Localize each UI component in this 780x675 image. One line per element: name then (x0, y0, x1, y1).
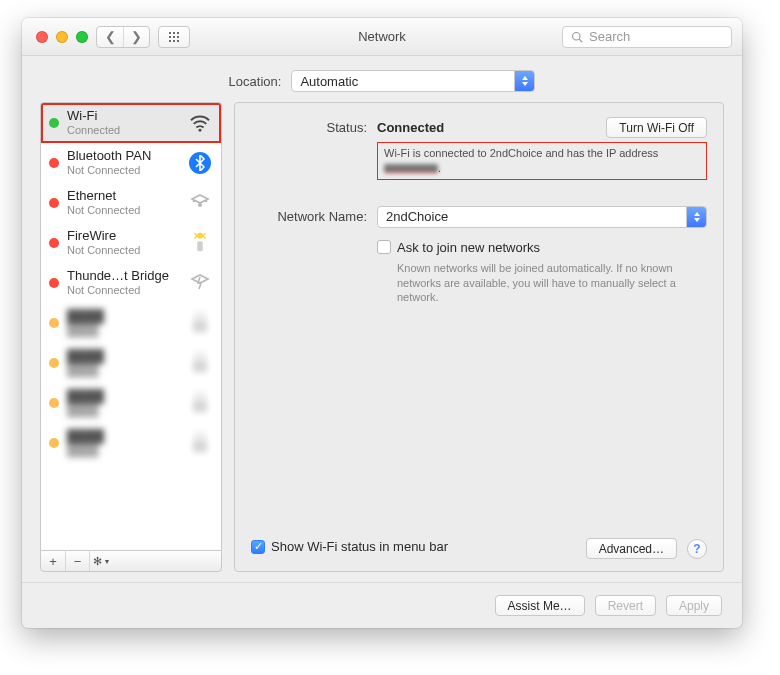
window-controls (36, 31, 88, 43)
location-value: Automatic (300, 74, 358, 89)
location-row: Location: Automatic (22, 56, 742, 102)
service-status: ████ (67, 364, 179, 377)
revert-button[interactable]: Revert (595, 595, 656, 616)
show-status-label: Show Wi-Fi status in menu bar (271, 539, 448, 554)
close-icon[interactable] (36, 31, 48, 43)
service-list[interactable]: Wi-FiConnectedBluetooth PANNot Connected… (40, 102, 222, 550)
status-dot-icon (49, 278, 59, 288)
service-name: FireWire (67, 229, 179, 244)
service-status: ████ (67, 404, 179, 417)
status-dot-icon (49, 358, 59, 368)
service-status: Not Connected (67, 244, 179, 257)
back-button[interactable]: ❮ (97, 27, 123, 47)
ask-join-checkbox[interactable]: Ask to join new networks (377, 240, 707, 255)
service-item[interactable]: EthernetNot Connected (41, 183, 221, 223)
service-item[interactable]: Wi-FiConnected (41, 103, 221, 143)
svg-point-3 (198, 203, 202, 207)
service-name: Ethernet (67, 189, 179, 204)
service-item[interactable]: Thunde…t BridgeNot Connected (41, 263, 221, 303)
service-item[interactable]: ████████ (41, 343, 221, 383)
ask-join-label: Ask to join new networks (397, 240, 540, 255)
checkbox-checked-icon: ✓ (251, 540, 265, 554)
gear-icon: ✻ (93, 555, 102, 568)
service-item[interactable]: ████████ (41, 303, 221, 343)
service-name: ████ (67, 309, 179, 324)
chevron-up-down-icon (514, 71, 534, 91)
service-item[interactable]: Bluetooth PANNot Connected (41, 143, 221, 183)
service-name: ████ (67, 429, 179, 444)
service-item[interactable]: FireWireNot Connected (41, 223, 221, 263)
help-button[interactable]: ? (687, 539, 707, 559)
svg-line-1 (579, 39, 582, 42)
chevron-down-icon: ▼ (104, 558, 111, 565)
lock-icon (187, 390, 213, 416)
search-input[interactable]: Search (562, 26, 732, 48)
svg-point-0 (573, 32, 581, 40)
service-name: ████ (67, 389, 179, 404)
lock-icon (187, 310, 213, 336)
add-service-button[interactable]: + (41, 551, 65, 571)
svg-rect-11 (193, 441, 207, 452)
service-name: Thunde…t Bridge (67, 269, 179, 284)
ip-address-redacted (384, 164, 438, 173)
svg-rect-7 (197, 241, 203, 251)
svg-rect-8 (193, 321, 207, 332)
network-name-select[interactable]: 2ndChoice (377, 206, 707, 228)
title-bar: ❮ ❯ Network Search (22, 18, 742, 56)
svg-point-2 (199, 129, 202, 132)
grid-icon (168, 31, 180, 43)
service-name: ████ (67, 349, 179, 364)
forward-button[interactable]: ❯ (123, 27, 149, 47)
zoom-icon[interactable] (76, 31, 88, 43)
service-item[interactable]: ████████ (41, 423, 221, 463)
status-value: Connected (377, 120, 444, 135)
status-dot-icon (49, 238, 59, 248)
advanced-button[interactable]: Advanced… (586, 538, 677, 559)
sidebar-toolbar: + − ✻▼ (40, 550, 222, 572)
service-status: ████ (67, 444, 179, 457)
service-name: Bluetooth PAN (67, 149, 179, 164)
status-dot-icon (49, 118, 59, 128)
show-status-checkbox[interactable]: ✓ Show Wi-Fi status in menu bar (251, 539, 448, 554)
ask-join-help-text: Known networks will be joined automatica… (397, 261, 707, 306)
status-description: Wi-Fi is connected to 2ndChoice and has … (377, 142, 707, 180)
status-dot-icon (49, 318, 59, 328)
show-all-button[interactable] (158, 26, 190, 48)
service-item[interactable]: ████████ (41, 383, 221, 423)
svg-point-6 (197, 233, 203, 239)
chevron-up-down-icon (686, 207, 706, 227)
status-dot-icon (49, 398, 59, 408)
nav-buttons: ❮ ❯ (96, 26, 150, 48)
wifi-toggle-button[interactable]: Turn Wi-Fi Off (606, 117, 707, 138)
location-select[interactable]: Automatic (291, 70, 535, 92)
wifi-icon (187, 110, 213, 136)
firewire-icon (187, 230, 213, 256)
lock-icon (187, 430, 213, 456)
bluetooth-icon (187, 150, 213, 176)
detail-pane: Status: Connected Turn Wi-Fi Off Wi-Fi i… (234, 102, 724, 572)
footer: Assist Me… Revert Apply (22, 582, 742, 628)
status-dot-icon (49, 438, 59, 448)
svg-rect-10 (193, 401, 207, 412)
assist-me-button[interactable]: Assist Me… (495, 595, 585, 616)
service-status: Not Connected (67, 284, 179, 297)
service-menu-button[interactable]: ✻▼ (89, 551, 113, 571)
apply-button[interactable]: Apply (666, 595, 722, 616)
status-dot-icon (49, 158, 59, 168)
status-dot-icon (49, 198, 59, 208)
status-description-text: Wi-Fi is connected to 2ndChoice and has … (384, 147, 658, 159)
thunderbolt-icon (187, 270, 213, 296)
remove-service-button[interactable]: − (65, 551, 89, 571)
minimize-icon[interactable] (56, 31, 68, 43)
status-label: Status: (251, 117, 367, 135)
service-status: Not Connected (67, 204, 179, 217)
svg-point-5 (205, 200, 208, 203)
window: ❮ ❯ Network Search Location: Automatic W… (22, 18, 742, 628)
ethernet-icon (187, 190, 213, 216)
service-status: ████ (67, 324, 179, 337)
network-name-value: 2ndChoice (386, 209, 448, 224)
network-name-label: Network Name: (251, 206, 367, 224)
lock-icon (187, 350, 213, 376)
search-placeholder: Search (589, 29, 630, 44)
checkbox-unchecked-icon (377, 240, 391, 254)
